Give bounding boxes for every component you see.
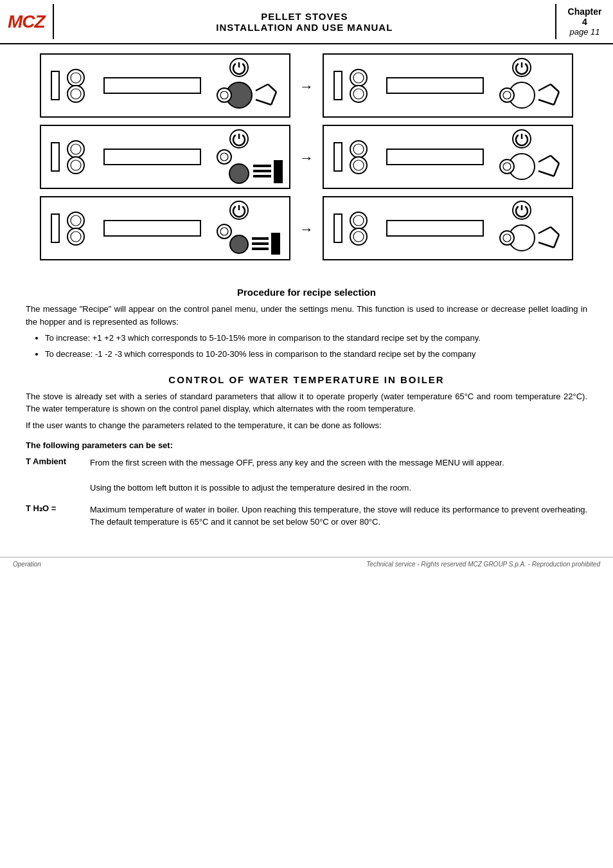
- arrow-2: →: [299, 150, 314, 167]
- logo-area: MCZ: [0, 4, 54, 39]
- svg-rect-31: [51, 143, 59, 171]
- svg-rect-71: [252, 237, 269, 240]
- svg-point-33: [71, 144, 81, 154]
- main-title: PELLET STOVES: [261, 11, 348, 22]
- param-label-t-h2o: T H₂O =: [26, 503, 90, 513]
- svg-point-40: [229, 164, 249, 183]
- panel-box-1b: [323, 53, 573, 120]
- procedure-bullets: To increase: +1 +2 +3 which corresponds …: [45, 332, 587, 361]
- svg-point-50: [353, 160, 364, 170]
- svg-point-69: [220, 228, 228, 235]
- page-header: MCZ PELLET STOVES INSTALLATION AND USE M…: [0, 0, 613, 44]
- svg-rect-51: [387, 149, 483, 165]
- page-footer: Operation Technical service - Rights res…: [0, 557, 613, 571]
- params-heading: The following parameters can be set:: [26, 440, 587, 450]
- panel-svg-2b: [323, 125, 573, 189]
- svg-rect-46: [334, 143, 342, 171]
- panel-box-1a: [40, 53, 290, 120]
- diagrams-section: →: [0, 44, 613, 269]
- chapter-number: 4: [582, 17, 587, 27]
- svg-rect-81: [387, 221, 483, 236]
- svg-point-5: [71, 89, 81, 99]
- svg-point-78: [353, 215, 364, 226]
- panel-box-3b: [323, 196, 573, 262]
- svg-rect-36: [104, 149, 200, 165]
- svg-point-20: [353, 89, 364, 99]
- footer-right: Technical service - Rights reserved MCZ …: [366, 561, 600, 568]
- control-water-title: CONTROL OF WATER TEMPERATURE IN BOILER: [26, 374, 587, 385]
- panel-svg-3a: [40, 196, 290, 260]
- procedure-paragraph1: The message "Recipe" will appear on the …: [26, 303, 587, 328]
- svg-rect-41: [253, 165, 271, 167]
- bullet-item-2: To decrease: -1 -2 -3 which corresponds …: [45, 348, 587, 361]
- arrow-3: →: [299, 221, 314, 238]
- svg-rect-76: [334, 214, 342, 242]
- svg-rect-6: [104, 78, 200, 93]
- procedure-title: Procedure for recipe selection: [26, 287, 587, 298]
- svg-rect-73: [252, 248, 269, 250]
- svg-rect-1: [51, 71, 59, 100]
- footer-left: Operation: [13, 561, 41, 568]
- svg-point-35: [71, 160, 81, 170]
- control-water-para1: The stove is already set with a series o…: [26, 390, 587, 415]
- svg-point-18: [353, 73, 364, 83]
- svg-point-63: [71, 215, 81, 226]
- svg-rect-16: [334, 71, 342, 100]
- control-water-para2: If the user wants to change the paramete…: [26, 419, 587, 432]
- page-number: page 11: [569, 27, 600, 37]
- svg-rect-44: [274, 160, 283, 183]
- svg-point-70: [230, 235, 248, 253]
- param-row-t-h2o: T H₂O = Maximum temperature of water in …: [26, 503, 587, 529]
- svg-point-14: [220, 91, 228, 99]
- svg-rect-74: [271, 233, 280, 255]
- param-desc-t-ambient: From the first screen with the message O…: [90, 457, 587, 494]
- brand-logo: MCZ: [8, 12, 45, 32]
- svg-rect-42: [253, 170, 271, 172]
- svg-point-80: [353, 231, 364, 242]
- panel-svg-1b: [323, 53, 573, 118]
- svg-rect-21: [387, 78, 483, 93]
- svg-point-59: [503, 163, 511, 170]
- svg-rect-43: [253, 175, 271, 177]
- svg-point-3: [71, 73, 81, 83]
- svg-point-29: [503, 91, 511, 99]
- panel-box-2b: [323, 125, 573, 191]
- sub-title: INSTALLATION AND USE MANUAL: [216, 22, 393, 33]
- svg-rect-66: [104, 221, 200, 236]
- header-title-area: PELLET STOVES INSTALLATION AND USE MANUA…: [54, 4, 555, 39]
- svg-point-39: [220, 153, 228, 161]
- diagram-row-2: →: [13, 125, 600, 191]
- panel-svg-3b: [323, 196, 573, 260]
- chapter-area: Chapter 4 page 11: [555, 4, 613, 39]
- param-row-t-ambient: T Ambient From the first screen with the…: [26, 457, 587, 494]
- param-desc-t-h2o: Maximum temperature of water in boiler. …: [90, 503, 587, 529]
- param-label-t-ambient: T Ambient: [26, 457, 90, 466]
- svg-point-48: [353, 144, 364, 154]
- svg-point-89: [503, 234, 511, 242]
- panel-box-3a: [40, 196, 290, 262]
- parameters-section: The following parameters can be set: T A…: [26, 440, 587, 529]
- arrow-1: →: [299, 78, 314, 95]
- diagram-row-3: →: [13, 196, 600, 262]
- bullet-item-1: To increase: +1 +2 +3 which corresponds …: [45, 332, 587, 345]
- svg-rect-61: [51, 214, 59, 242]
- svg-point-65: [71, 231, 81, 242]
- content-area: Procedure for recipe selection The messa…: [0, 269, 613, 544]
- panel-svg-1a: [40, 53, 290, 118]
- diagram-row-1: →: [13, 53, 600, 120]
- svg-rect-72: [252, 242, 269, 245]
- panel-box-2a: [40, 125, 290, 191]
- chapter-label: Chapter: [568, 6, 602, 17]
- panel-svg-2a: [40, 125, 290, 189]
